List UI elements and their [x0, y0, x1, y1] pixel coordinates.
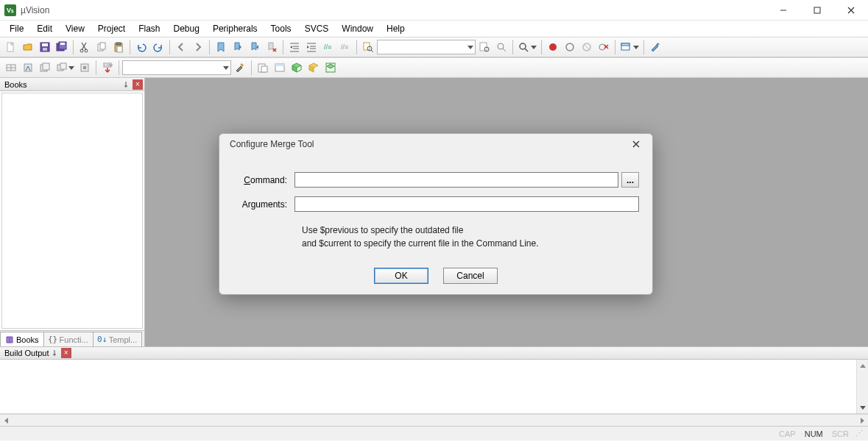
svg-rect-0: [814, 7, 820, 13]
svg-rect-13: [116, 43, 121, 45]
scroll-left-icon[interactable]: [0, 415, 12, 426]
tab-books[interactable]: Books: [0, 332, 44, 346]
tab-templates[interactable]: 0↓ Templ...: [93, 332, 143, 346]
new-file-icon[interactable]: [3, 39, 19, 55]
bookmark-prev-icon[interactable]: [230, 39, 246, 55]
tab-functions[interactable]: {} Functi...: [43, 332, 93, 346]
scroll-down-icon[interactable]: [857, 402, 868, 413]
window-list-icon[interactable]: [618, 39, 641, 55]
resize-grip-icon[interactable]: ⋰: [853, 429, 864, 438]
status-cap: CAP: [775, 429, 800, 438]
breakpoint-enable-icon[interactable]: [562, 39, 578, 55]
template-icon: 0↓: [98, 335, 107, 344]
browse-button[interactable]: ...: [621, 172, 639, 188]
tab-label: Functi...: [60, 335, 88, 344]
manage-layers-icon[interactable]: [322, 60, 339, 76]
breakpoint-kill-icon[interactable]: [596, 39, 612, 55]
manage-rte-icon[interactable]: [272, 60, 288, 76]
svg-text://≡: //≡: [341, 43, 348, 51]
uncomment-icon[interactable]: //≡: [337, 39, 353, 55]
menu-flash[interactable]: Flash: [132, 22, 166, 35]
menu-view[interactable]: View: [59, 22, 91, 35]
undo-icon[interactable]: [133, 39, 149, 55]
bookmark-next-icon[interactable]: [247, 39, 263, 55]
download-icon[interactable]: LOAD: [99, 60, 116, 76]
bookmark-toggle-icon[interactable]: [213, 39, 229, 55]
cut-icon[interactable]: [77, 39, 93, 55]
books-icon: [5, 335, 14, 344]
nav-back-icon[interactable]: [173, 39, 189, 55]
menu-project[interactable]: Project: [91, 22, 132, 35]
chevron-down-icon: [223, 66, 229, 70]
debug-icon[interactable]: [516, 39, 538, 55]
vertical-scrollbar[interactable]: [856, 360, 868, 413]
menu-file[interactable]: File: [3, 22, 30, 35]
menu-bar: File Edit View Project Flash Debug Perip…: [0, 21, 868, 37]
pin-icon[interactable]: [49, 348, 60, 358]
incremental-find-icon[interactable]: [493, 39, 509, 55]
menu-window[interactable]: Window: [335, 22, 380, 35]
svg-point-21: [498, 43, 504, 49]
command-label: Command:: [233, 175, 294, 185]
select-packs-icon[interactable]: [289, 60, 305, 76]
file-ext-icon[interactable]: [255, 60, 271, 76]
indent-icon[interactable]: [286, 39, 303, 55]
pin-icon[interactable]: [121, 79, 131, 90]
dialog-title: Configure Merge Tool: [230, 139, 314, 149]
scroll-right-icon[interactable]: [856, 415, 868, 426]
build-icon[interactable]: [20, 60, 36, 76]
find-combo[interactable]: [377, 40, 476, 54]
scroll-up-icon[interactable]: [857, 360, 868, 371]
breakpoint-insert-icon[interactable]: [545, 39, 561, 55]
arguments-input[interactable]: [294, 196, 639, 212]
menu-debug[interactable]: Debug: [167, 22, 206, 35]
braces-icon: {}: [49, 335, 57, 344]
ok-button[interactable]: OK: [374, 268, 428, 284]
redo-icon[interactable]: [150, 39, 166, 55]
save-icon[interactable]: [37, 39, 53, 55]
target-combo[interactable]: [122, 60, 231, 75]
configure-merge-tool-dialog: Configure Merge Tool Command: ... Argume…: [219, 133, 653, 295]
translate-icon[interactable]: [3, 60, 19, 76]
tab-label: Books: [16, 335, 39, 344]
panel-close-button[interactable]: ×: [61, 348, 71, 358]
copy-icon[interactable]: [93, 39, 110, 55]
unindent-icon[interactable]: [303, 39, 320, 55]
toolbar-main: //≡ //≡: [0, 37, 868, 57]
breakpoint-disable-icon[interactable]: [579, 39, 595, 55]
find-in-files-icon[interactable]: [360, 39, 376, 55]
svg-rect-3: [42, 43, 48, 46]
configure-icon[interactable]: [647, 39, 663, 55]
build-output-body: [0, 360, 868, 414]
open-file-icon[interactable]: [20, 39, 36, 55]
cancel-button[interactable]: Cancel: [443, 268, 498, 284]
horizontal-scrollbar[interactable]: [0, 414, 868, 426]
pack-installer-icon[interactable]: [306, 60, 322, 76]
menu-tools[interactable]: Tools: [264, 22, 298, 35]
paste-icon[interactable]: [110, 39, 127, 55]
menu-peripherals[interactable]: Peripherals: [206, 22, 264, 35]
menu-edit[interactable]: Edit: [30, 22, 59, 35]
stop-build-icon[interactable]: [77, 60, 93, 76]
svg-rect-28: [621, 43, 629, 46]
dialog-close-button[interactable]: [626, 136, 646, 152]
batch-build-icon[interactable]: [54, 60, 76, 76]
target-options-icon[interactable]: [232, 60, 248, 76]
bookmark-clear-icon[interactable]: [264, 39, 280, 55]
save-all-icon[interactable]: [54, 39, 70, 55]
svg-rect-35: [60, 63, 66, 69]
minimize-button[interactable]: [766, 0, 800, 21]
menu-help[interactable]: Help: [380, 22, 412, 35]
find-next-icon[interactable]: [476, 39, 493, 55]
svg-rect-41: [261, 66, 267, 72]
menu-svcs[interactable]: SVCS: [298, 22, 336, 35]
dialog-title-bar[interactable]: Configure Merge Tool: [219, 134, 652, 154]
panel-close-button[interactable]: ×: [133, 79, 143, 90]
maximize-button[interactable]: [800, 0, 834, 21]
chevron-down-icon: [68, 66, 74, 70]
close-button[interactable]: [834, 0, 868, 21]
rebuild-icon[interactable]: [37, 60, 53, 76]
comment-icon[interactable]: //≡: [320, 39, 336, 55]
command-input[interactable]: [294, 172, 618, 188]
nav-forward-icon[interactable]: [190, 39, 206, 55]
